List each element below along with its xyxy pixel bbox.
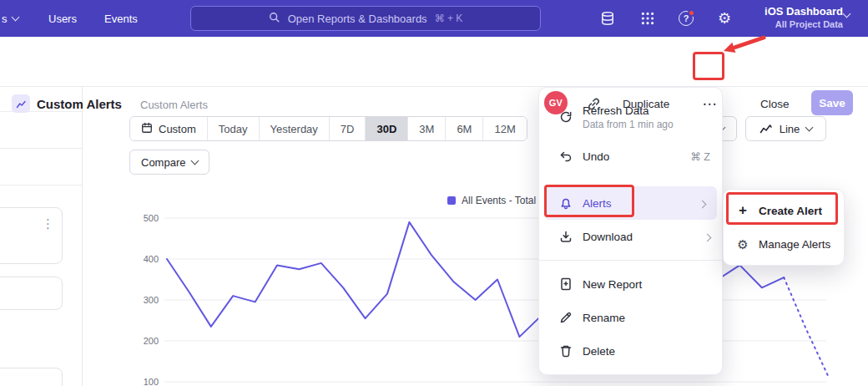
plus-icon bbox=[736, 202, 749, 219]
menu-item-label: Alerts bbox=[583, 197, 612, 210]
report-icon bbox=[12, 94, 30, 113]
new-report-icon bbox=[559, 277, 573, 291]
search-icon bbox=[269, 12, 280, 26]
report-header: Custom Alerts Custom Alerts GV Duplicate… bbox=[0, 37, 868, 87]
calendar-icon bbox=[141, 122, 153, 136]
close-button[interactable]: Close bbox=[760, 92, 790, 115]
menu-item-new-report[interactable]: New Report bbox=[539, 267, 722, 301]
menu-shortcut: ⌘ Z bbox=[690, 150, 710, 163]
legend-label: All Events - Total bbox=[462, 195, 536, 206]
duplicate-button[interactable]: Duplicate bbox=[623, 92, 669, 115]
menu-item-label: Delete bbox=[583, 345, 615, 358]
chevron-down-icon bbox=[191, 156, 199, 165]
menu-item-label: New Report bbox=[583, 278, 642, 291]
link-icon[interactable] bbox=[586, 96, 601, 111]
top-navigation-bar: s Users Events Open Reports & Dashboards… bbox=[0, 0, 868, 37]
menu-item-label: Undo bbox=[583, 150, 609, 163]
pencil-icon bbox=[559, 311, 573, 324]
date-range-custom-label: Custom bbox=[159, 123, 196, 135]
search-shortcut: ⌘ + K bbox=[435, 13, 463, 24]
sidebar-card[interactable] bbox=[0, 207, 63, 264]
project-switcher[interactable]: iOS Dashboard All Project Data bbox=[765, 4, 843, 30]
date-range-custom-button[interactable]: Custom bbox=[130, 117, 207, 140]
menu-item-label: Download bbox=[583, 231, 633, 243]
chevron-down-icon bbox=[843, 10, 851, 18]
save-button[interactable]: Save bbox=[811, 90, 853, 115]
chart-type-label: Line bbox=[780, 123, 800, 135]
breadcrumb: Custom Alerts bbox=[140, 99, 208, 111]
chevron-right-icon bbox=[704, 233, 712, 241]
avatar[interactable]: GV bbox=[544, 91, 568, 114]
submenu-item-label: Manage Alerts bbox=[759, 238, 830, 251]
menu-item-alerts[interactable]: Alerts bbox=[544, 186, 717, 220]
help-icon[interactable]: ? bbox=[678, 10, 694, 27]
sidebar-separator bbox=[0, 185, 82, 185]
submenu-item-manage-alerts[interactable]: Manage Alerts bbox=[724, 227, 844, 261]
sidebar-divider bbox=[82, 87, 83, 386]
date-range-today[interactable]: Today bbox=[207, 117, 259, 140]
svg-text:500: 500 bbox=[144, 213, 159, 223]
compare-button[interactable]: Compare bbox=[129, 150, 209, 175]
date-range-yesterday[interactable]: Yesterday bbox=[259, 117, 329, 140]
chevron-down-icon bbox=[11, 13, 19, 21]
date-range-control: Custom Today Yesterday 7D 30D 3M 6M 12M bbox=[129, 116, 527, 141]
app-window: 500400300200100 Custom Today Yesterday 7… bbox=[0, 0, 868, 386]
compare-label: Compare bbox=[141, 156, 185, 169]
menu-spacer bbox=[539, 173, 722, 186]
kebab-menu-icon[interactable] bbox=[42, 216, 54, 231]
project-title: iOS Dashboard bbox=[765, 4, 843, 18]
chevron-down-icon bbox=[805, 123, 814, 131]
line-chart-icon bbox=[760, 121, 773, 137]
nav-item-events[interactable]: Events bbox=[104, 0, 138, 37]
menu-item-download[interactable]: Download bbox=[539, 220, 722, 253]
svg-text:200: 200 bbox=[144, 336, 159, 346]
search-placeholder: Open Reports & Dashboards bbox=[288, 13, 427, 25]
undo-icon bbox=[559, 150, 573, 163]
submenu-item-create-alert[interactable]: Create Alert bbox=[724, 194, 844, 227]
svg-text:400: 400 bbox=[144, 254, 159, 264]
date-range-6m[interactable]: 6M bbox=[445, 117, 482, 140]
chevron-right-icon bbox=[699, 200, 707, 208]
settings-icon[interactable] bbox=[716, 10, 733, 27]
date-range-7d[interactable]: 7D bbox=[329, 117, 366, 140]
search-input[interactable]: Open Reports & Dashboards ⌘ + K bbox=[190, 6, 541, 31]
context-menu: Refresh Data Data from 1 min ago Undo ⌘ … bbox=[538, 87, 723, 375]
sidebar-card[interactable] bbox=[0, 368, 63, 386]
project-subtitle: All Project Data bbox=[765, 18, 843, 30]
svg-text:100: 100 bbox=[144, 377, 159, 386]
trash-icon bbox=[559, 344, 573, 358]
date-range-3m[interactable]: 3M bbox=[407, 117, 445, 140]
nav-item-label: s bbox=[2, 13, 8, 25]
gear-icon bbox=[736, 238, 749, 251]
svg-text:300: 300 bbox=[144, 295, 159, 305]
menu-item-delete[interactable]: Delete bbox=[539, 334, 722, 368]
sidebar-separator bbox=[0, 148, 82, 149]
nav-item-users[interactable]: Users bbox=[48, 0, 77, 37]
download-icon bbox=[559, 230, 573, 243]
sidebar-card[interactable] bbox=[0, 277, 63, 310]
menu-item-label: Rename bbox=[583, 312, 625, 324]
more-options-button[interactable]: ⋯ bbox=[698, 92, 721, 115]
submenu-item-label: Create Alert bbox=[759, 205, 822, 217]
legend-swatch bbox=[447, 196, 456, 205]
bell-icon bbox=[559, 196, 573, 210]
nav-item-boards-partial[interactable]: s bbox=[2, 0, 18, 37]
page-title: Custom Alerts bbox=[37, 97, 122, 111]
notification-dot bbox=[688, 9, 695, 17]
chart-legend: All Events - Total bbox=[447, 195, 536, 206]
chart-type-button[interactable]: Line bbox=[745, 116, 826, 141]
alerts-submenu: Create Alert Manage Alerts bbox=[723, 189, 845, 266]
menu-item-undo[interactable]: Undo ⌘ Z bbox=[539, 140, 722, 173]
menu-item-rename[interactable]: Rename bbox=[539, 301, 722, 334]
apps-grid-icon[interactable] bbox=[639, 10, 656, 27]
date-range-30d-selected[interactable]: 30D bbox=[365, 117, 407, 140]
menu-separator bbox=[539, 260, 722, 261]
database-icon[interactable] bbox=[599, 10, 616, 27]
menu-item-sublabel: Data from 1 min ago bbox=[583, 119, 674, 130]
date-range-12m[interactable]: 12M bbox=[482, 117, 526, 140]
